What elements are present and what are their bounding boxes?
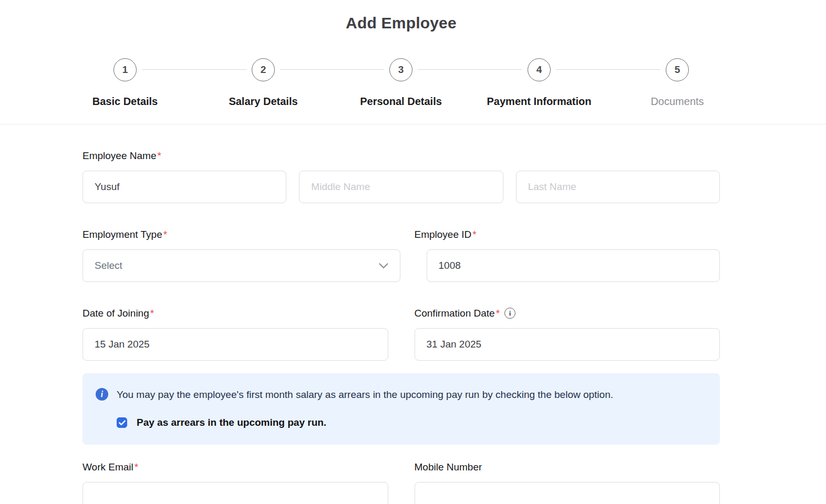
employment-type-select[interactable]: Select — [82, 249, 400, 282]
step-documents[interactable]: 5 Documents — [609, 58, 746, 108]
chevron-down-icon — [379, 263, 388, 269]
step-label: Payment Information — [471, 96, 607, 108]
confirmation-date-input[interactable] — [415, 328, 720, 361]
step-payment-information[interactable]: 4 Payment Information — [471, 58, 607, 108]
step-number-circle: 2 — [252, 58, 275, 81]
label-text: Employee Name — [82, 150, 156, 162]
required-asterisk: * — [163, 228, 167, 240]
employee-id-label: Employee ID* — [415, 228, 720, 240]
step-label: Basic Details — [57, 96, 193, 108]
employee-name-label: Employee Name* — [82, 150, 720, 162]
info-icon: i — [96, 388, 108, 401]
row-labels: Employment Type* Employee ID* — [82, 228, 720, 240]
mobile-number-label: Mobile Number — [415, 461, 720, 473]
arrears-checkbox-row: Pay as arrears in the upcoming pay run. — [117, 417, 707, 428]
first-name-input[interactable] — [82, 171, 286, 203]
wizard-header: Add Employee 1 Basic Details 2 Salary De… — [0, 0, 826, 124]
step-number-circle: 3 — [389, 58, 412, 81]
banner-text: You may pay the employee's first month s… — [117, 386, 705, 403]
stepper: 1 Basic Details 2 Salary Details 3 Perso… — [0, 0, 826, 124]
step-salary-details[interactable]: 2 Salary Details — [195, 58, 332, 108]
row-inputs — [82, 328, 720, 361]
arrears-checkbox-label: Pay as arrears in the upcoming pay run. — [137, 417, 326, 428]
employee-name-row — [82, 171, 720, 203]
label-text: Mobile Number — [415, 461, 482, 473]
row-labels: Date of Joining* Confirmation Date* i — [82, 307, 720, 319]
date-of-joining-input[interactable] — [82, 328, 388, 361]
arrears-info-banner: i You may pay the employee's first month… — [82, 373, 720, 445]
label-text: Employment Type — [82, 228, 162, 240]
required-asterisk: * — [157, 150, 161, 162]
confirmation-date-label: Confirmation Date* i — [415, 307, 720, 319]
step-number-circle: 1 — [113, 58, 137, 81]
last-name-input[interactable] — [516, 171, 720, 203]
label-text: Date of Joining — [82, 307, 149, 319]
required-asterisk: * — [150, 307, 154, 319]
step-label: Personal Details — [333, 96, 469, 108]
work-email-label: Work Email* — [82, 461, 388, 473]
label-text: Confirmation Date — [415, 307, 495, 319]
step-label: Salary Details — [195, 96, 332, 108]
row-inputs — [82, 482, 720, 504]
required-asterisk: * — [135, 461, 138, 473]
mobile-number-input[interactable] — [415, 482, 720, 504]
label-text: Work Email — [82, 461, 133, 473]
add-employee-form: Employee Name* Employment Type* Employee… — [0, 150, 720, 504]
required-asterisk: * — [472, 228, 476, 240]
label-text: Employee ID — [415, 228, 472, 240]
arrears-checkbox[interactable] — [117, 417, 127, 428]
info-icon[interactable]: i — [504, 308, 515, 319]
required-asterisk: * — [496, 307, 500, 319]
step-personal-details[interactable]: 3 Personal Details — [333, 58, 469, 108]
employee-id-input[interactable] — [427, 249, 720, 282]
select-value: Select — [95, 260, 122, 271]
row-inputs: Select — [82, 249, 720, 282]
step-number-circle: 4 — [528, 58, 551, 81]
step-basic-details[interactable]: 1 Basic Details — [57, 58, 193, 108]
work-email-input[interactable] — [82, 482, 388, 504]
step-number-circle: 5 — [666, 58, 689, 81]
step-label: Documents — [609, 96, 746, 108]
employment-type-label: Employment Type* — [82, 228, 388, 240]
date-of-joining-label: Date of Joining* — [82, 307, 388, 319]
row-labels: Work Email* Mobile Number — [82, 461, 720, 473]
middle-name-input[interactable] — [299, 171, 503, 203]
